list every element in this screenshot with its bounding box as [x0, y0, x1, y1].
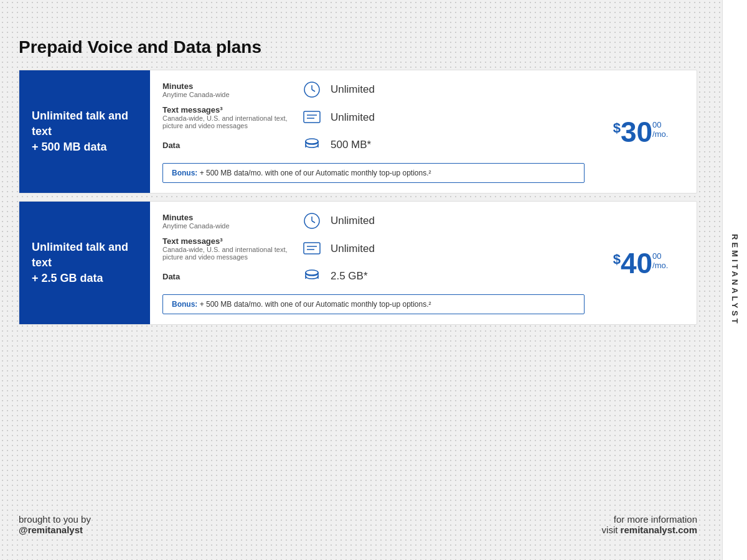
bonus-label-1: Bonus:	[172, 169, 197, 177]
footer-visit-label: visit	[602, 525, 621, 535]
plans-container: Unlimited talk and text + 500 MB data Mi…	[19, 70, 697, 502]
svg-line-11	[312, 221, 315, 223]
price-display-2: $ 40 00 /mo.	[613, 249, 669, 278]
feature-row-text-2: Text messages³ Canada-wide, U.S. and int…	[162, 236, 585, 261]
data-value-2: 2.5 GB*	[331, 270, 368, 282]
bonus-box-2: Bonus: + 500 MB data/mo. with one of our…	[162, 294, 585, 314]
price-cents-mo-1: 00 /mo.	[652, 120, 668, 139]
footer: brought to you by @remitanalyst for more…	[19, 502, 697, 535]
bonus-text-2: + 500 MB data/mo. with one of our Automa…	[200, 300, 431, 309]
plan-header-line2-500mb: + 500 MB data	[32, 141, 107, 153]
price-cents-1: 00	[652, 120, 668, 129]
price-dollar-2: $	[613, 251, 621, 268]
price-period-2: /mo.	[652, 261, 668, 270]
feature-label-data-2: Data	[162, 272, 293, 281]
minutes-value-1: Unlimited	[331, 83, 375, 96]
feature-label-data-1: Data	[162, 141, 293, 150]
footer-more-info: for more information	[602, 514, 697, 525]
bonus-box-1: Bonus: + 500 MB data/mo. with one of our…	[162, 163, 585, 183]
text-sublabel-2: Canada-wide, U.S. and international text…	[162, 246, 293, 261]
svg-line-2	[312, 90, 315, 91]
data-value-1: 500 MB*	[331, 139, 371, 151]
price-cents-mo-2: 00 /mo.	[652, 251, 668, 270]
footer-left: brought to you by @remitanalyst	[19, 514, 91, 535]
feature-row-minutes-2: Minutes Anytime Canada-wide Unlimited	[162, 212, 585, 230]
plan-card-500mb: Unlimited talk and text + 500 MB data Mi…	[19, 70, 697, 194]
feature-row-data-2: Data 2.5 GB*	[162, 267, 585, 286]
feature-label-text-1: Text messages³ Canada-wide, U.S. and int…	[162, 105, 293, 129]
svg-point-6	[306, 139, 318, 144]
bonus-text-1: + 500 MB data/mo. with one of our Automa…	[200, 169, 431, 177]
svg-point-15	[306, 270, 318, 275]
price-amount-2: 40	[621, 249, 652, 278]
plan-header-line2-2-5gb: + 2.5 GB data	[32, 272, 103, 284]
feature-label-minutes-2: Minutes Anytime Canada-wide	[162, 213, 293, 230]
database-icon-1	[301, 136, 323, 154]
database-icon-2	[301, 267, 323, 286]
bonus-label-2: Bonus:	[172, 300, 197, 309]
minutes-label-1: Minutes	[162, 82, 293, 91]
feature-label-minutes-1: Minutes Anytime Canada-wide	[162, 82, 293, 98]
message-icon-1	[301, 109, 323, 126]
plan-card-2-5gb: Unlimited talk and text + 2.5 GB data Mi…	[19, 201, 697, 325]
price-cents-2: 00	[652, 251, 668, 261]
plan-details-500mb: Minutes Anytime Canada-wide Unlimited	[150, 70, 597, 193]
feature-row-data-1: Data 500 MB*	[162, 136, 585, 154]
data-label-2: Data	[162, 272, 293, 281]
feature-row-text-1: Text messages³ Canada-wide, U.S. and int…	[162, 105, 585, 129]
text-sublabel-1: Canada-wide, U.S. and international text…	[162, 114, 293, 129]
data-label-1: Data	[162, 141, 293, 150]
minutes-label-2: Minutes	[162, 213, 293, 222]
text-value-2: Unlimited	[331, 243, 375, 255]
minutes-sublabel-1: Anytime Canada-wide	[162, 91, 293, 98]
minutes-value-2: Unlimited	[331, 215, 375, 227]
clock-icon-2	[301, 212, 323, 230]
price-dollar-1: $	[613, 120, 621, 136]
svg-rect-3	[304, 111, 320, 123]
text-label-2: Text messages³	[162, 236, 293, 246]
feature-row-minutes-1: Minutes Anytime Canada-wide Unlimited	[162, 80, 585, 99]
message-icon-2	[301, 240, 323, 258]
page-title: Prepaid Voice and Data plans	[19, 37, 697, 57]
plan-details-2-5gb: Minutes Anytime Canada-wide Unlimited	[150, 202, 597, 324]
plan-header-line1-500mb: Unlimited talk and text	[32, 110, 128, 138]
clock-icon-1	[301, 80, 323, 99]
minutes-sublabel-2: Anytime Canada-wide	[162, 222, 293, 230]
plan-header-2-5gb: Unlimited talk and text + 2.5 GB data	[19, 202, 150, 324]
footer-right: for more information visit remitanalyst.…	[602, 514, 697, 535]
svg-rect-12	[304, 243, 320, 254]
plan-price-1: $ 30 00 /mo.	[597, 70, 697, 193]
text-label-1: Text messages³	[162, 105, 293, 114]
text-value-1: Unlimited	[331, 111, 375, 124]
price-amount-1: 30	[621, 118, 652, 146]
plan-header-line1-2-5gb: Unlimited talk and text	[32, 241, 128, 269]
price-period-1: /mo.	[652, 129, 668, 139]
footer-site: remitanalyst.com	[621, 525, 697, 535]
price-display-1: $ 30 00 /mo.	[613, 118, 669, 146]
main-content: Prepaid Voice and Data plans Unlimited t…	[0, 0, 722, 560]
footer-brought-by: brought to you by	[19, 514, 91, 525]
footer-handle: @remitanalyst	[19, 525, 91, 535]
feature-label-text-2: Text messages³ Canada-wide, U.S. and int…	[162, 236, 293, 261]
plan-header-500mb: Unlimited talk and text + 500 MB data	[19, 70, 150, 193]
plan-price-2: $ 40 00 /mo.	[597, 202, 697, 324]
vertical-brand-label: REMITANALYST	[722, 0, 747, 560]
